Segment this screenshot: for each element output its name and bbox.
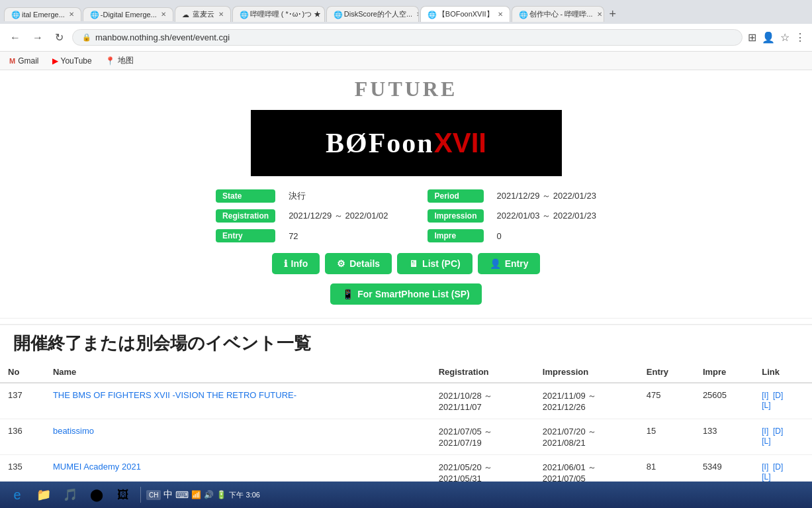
col-entry: Entry bbox=[639, 362, 695, 383]
row2-registration: 2021/07/05 ～2021/07/19 bbox=[431, 419, 535, 455]
row1-entry: 475 bbox=[639, 383, 695, 419]
impression-value: 2022/01/03 ～ 2022/01/23 bbox=[497, 210, 596, 222]
tab-close-3[interactable]: ✕ bbox=[218, 11, 224, 18]
bookmark-icon[interactable]: ☆ bbox=[780, 31, 789, 44]
state-badge: State bbox=[216, 189, 275, 203]
list-icon: 🖥 bbox=[409, 258, 418, 269]
taskbar-ie[interactable]: e bbox=[5, 484, 29, 491]
new-tab-button[interactable]: + bbox=[606, 6, 621, 23]
tab-favicon-4: 🌐 bbox=[240, 11, 248, 19]
row2-link-l[interactable]: [L] bbox=[762, 436, 770, 446]
row2-name-link[interactable]: beatissimo bbox=[53, 426, 94, 436]
registration-value: 2021/12/29 ～ 2022/01/02 bbox=[289, 210, 388, 222]
period-badge: Period bbox=[428, 189, 483, 203]
tab-1[interactable]: 🌐 ital Emerge... ✕ bbox=[4, 7, 81, 21]
col-name: Name bbox=[45, 362, 431, 383]
bookmark-maps[interactable]: 📍 地图 bbox=[103, 54, 136, 68]
col-no: No bbox=[0, 362, 45, 383]
url-bar[interactable]: 🔒 manbow.nothing.sh/event/event.cgi bbox=[72, 29, 743, 46]
row1-links: [I] [D] [L] bbox=[754, 383, 812, 419]
details-button[interactable]: ⚙ Details bbox=[325, 253, 392, 274]
events-table: No Name Registration Impression Entry Im… bbox=[0, 362, 812, 491]
tab-label-7: 创作中心 - 哔哩哔... bbox=[529, 9, 593, 19]
extensions-icon[interactable]: ⊞ bbox=[748, 31, 756, 44]
bofoon-banner: BØFoon XVII bbox=[251, 110, 562, 176]
smartphone-icon: 📱 bbox=[342, 289, 353, 299]
row3-link-d[interactable]: [D] bbox=[773, 462, 783, 472]
row1-link-l[interactable]: [L] bbox=[762, 401, 770, 410]
period-value: 2021/12/29 ～ 2022/01/23 bbox=[497, 190, 596, 202]
row3-name-link[interactable]: MUMEI Academy 2021 bbox=[53, 462, 141, 472]
tab-close-2[interactable]: ✕ bbox=[161, 11, 166, 18]
tab-7[interactable]: 🌐 创作中心 - 哔哩哔... ✕ bbox=[512, 6, 604, 22]
gmail-icon: M bbox=[9, 57, 15, 65]
clock-time: 下午 3:06 bbox=[229, 490, 259, 491]
smartphone-button[interactable]: 📱 For SmartPhone List (SP) bbox=[330, 283, 482, 305]
row3-link-l[interactable]: [L] bbox=[762, 472, 770, 482]
tab-close-7[interactable]: ✕ bbox=[597, 11, 602, 18]
tab-close-6[interactable]: ✕ bbox=[498, 11, 503, 18]
row1-link-d[interactable]: [D] bbox=[773, 391, 783, 400]
taskbar-tray: CH 中 ⌨ 📶 🔊 🔋 下午 3:06 bbox=[146, 489, 260, 491]
row2-link-i[interactable]: [I] bbox=[762, 427, 768, 436]
details-button-label: Details bbox=[349, 258, 380, 269]
tab-favicon-1: 🌐 bbox=[11, 11, 19, 19]
row1-name: THE BMS OF FIGHTERS XVII -VISION THE RET… bbox=[45, 383, 431, 419]
taskbar-explorer[interactable]: 📁 bbox=[32, 484, 56, 491]
menu-icon[interactable]: ⋮ bbox=[795, 31, 805, 44]
ime-icon: 中 bbox=[163, 489, 173, 491]
tab-2[interactable]: 🌐 -Digital Emerge... ✕ bbox=[83, 7, 173, 21]
taskbar-media[interactable]: 🎵 bbox=[58, 484, 82, 491]
taskbar-photos[interactable]: 🖼 bbox=[111, 484, 135, 491]
tab-favicon-6: 🌐 bbox=[428, 11, 435, 19]
tab-4[interactable]: 🌐 哔哩哔哩 ( *･ω･)つ ★ ✕ bbox=[232, 6, 325, 22]
row1-name-link[interactable]: THE BMS OF FIGHTERS XVII -VISION THE RET… bbox=[53, 390, 296, 400]
col-link: Link bbox=[754, 362, 812, 383]
bookmark-gmail[interactable]: M Gmail bbox=[7, 55, 42, 67]
url-text: manbow.nothing.sh/event/event.cgi bbox=[95, 32, 230, 42]
taskbar-chrome[interactable]: ⬤ bbox=[85, 484, 109, 491]
tab-label-1: ital Emerge... bbox=[22, 11, 65, 19]
row2-link-d[interactable]: [D] bbox=[773, 427, 783, 436]
info-button[interactable]: ℹ Info bbox=[272, 253, 320, 274]
media-icon: 🎵 bbox=[63, 487, 77, 491]
bookmark-youtube[interactable]: ▶ YouTube bbox=[50, 55, 95, 67]
address-bar: ← → ↻ 🔒 manbow.nothing.sh/event/event.cg… bbox=[0, 24, 812, 52]
tab-6[interactable]: 🌐 【BOFoonXVII】 ✕ bbox=[420, 6, 510, 22]
taskbar: e 📁 🎵 ⬤ 🖼 CH 中 ⌨ 📶 🔊 🔋 下午 3:06 bbox=[0, 482, 812, 491]
network-icon: 📶 bbox=[191, 490, 201, 491]
info-left-grid: State 決行 Registration 2021/12/29 ～ 2022/… bbox=[216, 189, 388, 242]
future-title: FUTURE bbox=[0, 77, 812, 101]
tab-3[interactable]: ☁ 蓝麦云 ✕ bbox=[175, 6, 231, 22]
bookmarks-bar: M Gmail ▶ YouTube 📍 地图 bbox=[0, 52, 812, 70]
entry-button[interactable]: 👤 Entry bbox=[478, 253, 541, 274]
gmail-label: Gmail bbox=[18, 56, 38, 66]
col-registration: Registration bbox=[431, 362, 535, 383]
maps-label: 地图 bbox=[118, 55, 134, 66]
row1-link-i[interactable]: [I] bbox=[762, 391, 768, 400]
list-pc-button-label: List (PC) bbox=[422, 258, 461, 269]
profile-icon[interactable]: 👤 bbox=[762, 31, 775, 44]
row3-link-i[interactable]: [I] bbox=[762, 462, 768, 472]
info-right-grid: Period 2021/12/29 ～ 2022/01/23 Impressio… bbox=[428, 189, 596, 242]
table-header-row: No Name Registration Impression Entry Im… bbox=[0, 362, 812, 383]
impre-value: 0 bbox=[497, 231, 596, 241]
tab-close-1[interactable]: ✕ bbox=[69, 11, 74, 18]
chrome-icon: ⬤ bbox=[90, 487, 103, 491]
list-pc-button[interactable]: 🖥 List (PC) bbox=[397, 253, 473, 274]
tab-label-3: 蓝麦云 bbox=[193, 9, 214, 19]
row2-no: 136 bbox=[0, 419, 45, 455]
forward-button[interactable]: → bbox=[29, 30, 46, 45]
entry-badge: Entry bbox=[216, 229, 275, 242]
row2-name: beatissimo bbox=[45, 419, 431, 455]
back-button[interactable]: ← bbox=[7, 30, 24, 45]
row1-registration: 2021/10/28 ～2021/11/07 bbox=[431, 383, 535, 419]
refresh-button[interactable]: ↻ bbox=[52, 30, 67, 45]
lock-icon: 🔒 bbox=[82, 33, 91, 42]
row2-entry: 15 bbox=[639, 419, 695, 455]
tab-favicon-5: 🌐 bbox=[334, 11, 341, 19]
tab-5[interactable]: 🌐 DiskScore的个人空... ✕ bbox=[326, 6, 419, 22]
tab-close-5[interactable]: ✕ bbox=[416, 11, 419, 18]
speaker-icon: 🔊 bbox=[204, 490, 214, 491]
lang-indicator[interactable]: CH bbox=[146, 490, 161, 491]
